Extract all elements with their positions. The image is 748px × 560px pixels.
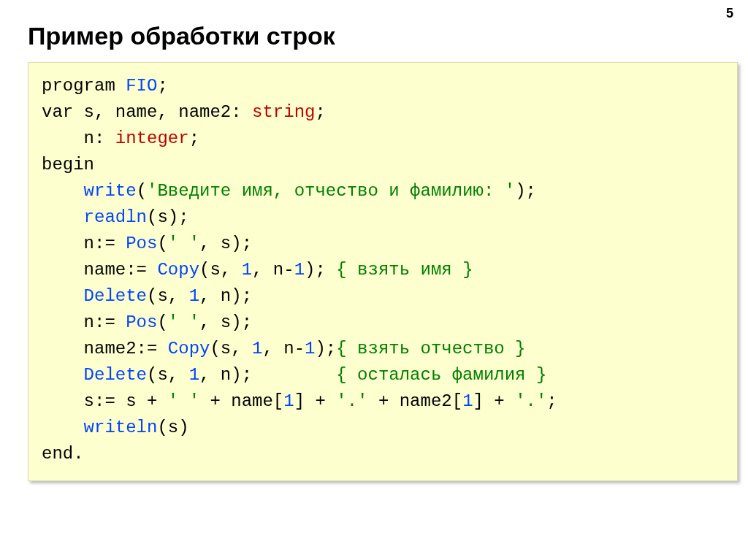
code-block: program FIO; var s, name, name2: string;… [28, 62, 738, 481]
string-literal: '.' [336, 391, 367, 411]
code-line: Delete(s, 1, n); [42, 286, 252, 306]
text: name2:= [84, 339, 168, 358]
text: (s) [157, 418, 188, 437]
punct: ; [546, 391, 557, 411]
code-line: name:= Copy(s, 1, n-1); { взять имя } [42, 260, 473, 280]
code-line: n:= Pos(' ', s); [42, 312, 252, 332]
code-line: n:= Pos(' ', s); [42, 234, 252, 253]
number: 1 [283, 391, 294, 411]
comment: { взять имя } [336, 260, 473, 280]
text: n: [84, 129, 115, 148]
type-string: string [252, 102, 315, 122]
text: , s); [199, 234, 252, 253]
kw-begin: begin [42, 155, 94, 174]
code-line: Delete(s, 1, n); { осталась фамилия } [42, 365, 546, 385]
text: ); [305, 260, 336, 280]
text: + name[ [199, 391, 283, 411]
fn-pos: Pos [126, 312, 157, 332]
text: (s, [199, 260, 242, 280]
text: n:= [84, 312, 126, 332]
text: + name2[ [368, 391, 463, 411]
text: , s); [199, 312, 252, 332]
code-line: var s, name, name2: string; [42, 102, 326, 122]
page-number: 5 [726, 6, 733, 21]
code-line: end. [42, 444, 84, 464]
fn-write: write [84, 181, 137, 201]
kw-program: program [42, 76, 126, 96]
number: 1 [189, 286, 199, 306]
fn-delete: Delete [84, 286, 147, 306]
punct: ( [157, 312, 167, 332]
number: 1 [189, 365, 199, 385]
text: n:= [84, 234, 126, 253]
kw-var: var [42, 102, 84, 122]
code-line: n: integer; [42, 129, 199, 148]
text: (s, [210, 339, 252, 358]
text: (s, [147, 286, 189, 306]
number: 1 [252, 339, 262, 358]
indent [42, 260, 84, 280]
code-line: readln(s); [42, 207, 189, 227]
code-line: begin [42, 155, 94, 174]
fn-delete: Delete [84, 365, 147, 385]
indent [42, 339, 84, 358]
fn-readln: readln [84, 207, 147, 227]
id-fio: FIO [126, 76, 157, 96]
number: 1 [294, 260, 305, 280]
punct: ; [157, 76, 167, 96]
comment: { осталась фамилия } [336, 365, 546, 385]
number: 1 [462, 391, 473, 411]
indent [42, 286, 84, 306]
indent [42, 129, 84, 148]
punct: ( [137, 181, 147, 201]
text: (s, [147, 365, 189, 385]
number: 1 [242, 260, 252, 280]
string-literal: ' ' [168, 391, 199, 411]
kw-end: end. [42, 444, 84, 464]
number: 1 [305, 339, 315, 358]
code-line: write('Введите имя, отчество и фамилию: … [42, 181, 536, 201]
code-line: writeln(s) [42, 418, 189, 437]
punct: ; [315, 102, 325, 122]
text: , n); [199, 365, 336, 385]
text: ] + [294, 391, 337, 411]
code-line: name2:= Copy(s, 1, n-1);{ взять отчество… [42, 339, 526, 358]
fn-pos: Pos [126, 234, 157, 253]
type-integer: integer [115, 129, 189, 148]
text: s, name, name2: [84, 102, 252, 122]
text: s:= s + [84, 391, 168, 411]
string-literal: ' ' [168, 234, 199, 253]
code-line: s:= s + ' ' + name[1] + '.' + name2[1] +… [42, 391, 557, 411]
punct: ( [157, 234, 167, 253]
comment: { взять отчество } [336, 339, 525, 358]
code-line: program FIO; [42, 76, 168, 96]
indent [42, 234, 84, 253]
string-literal: ' ' [168, 312, 199, 332]
page-title: Пример обработки строк [28, 22, 748, 50]
indent [42, 391, 84, 411]
fn-copy: Copy [157, 260, 199, 280]
fn-copy: Copy [168, 339, 210, 358]
text: , n); [199, 286, 252, 306]
text: , n- [252, 260, 294, 280]
indent [42, 181, 84, 201]
text: , n- [262, 339, 305, 358]
punct: ; [189, 129, 199, 148]
punct: ); [515, 181, 536, 201]
fn-writeln: writeln [84, 418, 158, 437]
string-literal: '.' [515, 391, 546, 411]
text: name:= [84, 260, 158, 280]
text: (s); [147, 207, 189, 227]
indent [42, 207, 84, 227]
indent [42, 418, 84, 437]
string-literal: 'Введите имя, отчество и фамилию: ' [147, 181, 515, 201]
text: ); [315, 339, 336, 358]
text: ] + [473, 391, 516, 411]
indent [42, 312, 84, 332]
indent [42, 365, 84, 385]
